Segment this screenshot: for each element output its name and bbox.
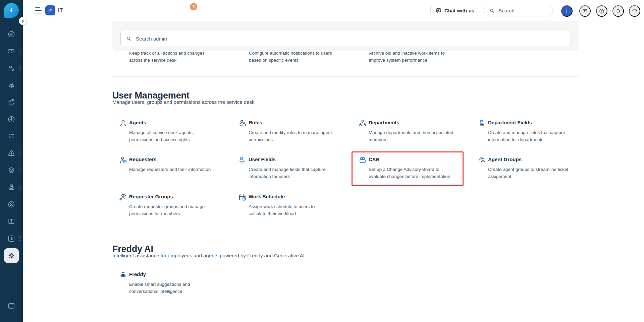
topbar: IT IT ? Chat with us (23, 0, 644, 21)
card-title: Department Fields (488, 120, 532, 125)
card-description: Create and manage fields that capture in… (249, 166, 349, 180)
checklist-icon (7, 132, 15, 140)
chat-bubble-icon (435, 7, 442, 14)
sidebar-item-automation[interactable] (4, 112, 19, 127)
app-panel-icon (7, 302, 15, 310)
collapse-menu-icon[interactable] (35, 7, 43, 13)
sidebar-item-requester-management[interactable] (4, 61, 19, 76)
marketplace-button[interactable] (629, 5, 640, 17)
sidebar-item-assets[interactable] (4, 163, 19, 178)
gauge-dashboard-icon (7, 30, 15, 38)
card-description: Create and modify roles to manage agent … (249, 129, 349, 143)
agent-person-icon (119, 119, 127, 128)
sidebar-item-community[interactable] (4, 197, 19, 212)
section-subtitle-freddy-ai: Intelligent assistance for employees and… (112, 253, 305, 258)
workspace-name: IT (58, 7, 63, 13)
admin-settings-content: Keep track of all actions and changes ac… (23, 21, 644, 322)
analytics-icon (7, 235, 15, 243)
sidebar-item-app-switcher[interactable] (4, 299, 19, 313)
user-swap-icon (7, 64, 15, 72)
section-subtitle-user-management: Manage users, groups and permissions acr… (112, 99, 255, 105)
sidebar-item-analytics[interactable] (4, 231, 19, 246)
requester-person-plus-icon (119, 156, 127, 165)
freddy-icon (119, 271, 127, 279)
sidebar-item-contracts[interactable] (4, 180, 19, 195)
partial-card-archive-description: Archive old and inactive work items to i… (369, 50, 470, 64)
quick-create-button[interactable] (561, 5, 573, 17)
layers-icon (7, 166, 15, 174)
card-description: Create agent groups to streamline ticket… (488, 166, 589, 180)
lightning-bolt-icon (8, 7, 15, 14)
shield-release-icon (7, 98, 15, 106)
card-description: Enable smart suggestions and conversatio… (129, 281, 230, 295)
tickets-kebab-menu[interactable] (19, 49, 20, 54)
help-button[interactable] (596, 5, 607, 17)
book-icon (7, 217, 15, 226)
chat-with-us-button[interactable]: Chat with us (430, 5, 479, 16)
card-title: Agents (129, 120, 146, 125)
admin-settings-page: { "app": { "workspace_badge": "IT", "wor… (0, 0, 644, 322)
card-description: Manage all service desk agents, permissi… (129, 129, 230, 143)
section-divider (112, 306, 579, 306)
card-title: Requesters (129, 156, 157, 162)
admin-search-input[interactable] (135, 36, 566, 42)
alerts-kebab-menu[interactable] (19, 150, 20, 155)
agent-groups-icon (478, 156, 486, 165)
analytics-kebab-menu[interactable] (19, 236, 20, 241)
admin-search-box[interactable] (120, 31, 571, 46)
user-orbit-icon (7, 200, 15, 208)
sidebar-item-todos[interactable] (4, 129, 19, 143)
sidebar-item-solutions[interactable] (4, 214, 19, 229)
search-icon (126, 36, 132, 42)
search-icon (489, 8, 495, 14)
card-title: Roles (249, 120, 262, 125)
sidebar-item-tickets[interactable] (4, 44, 19, 59)
storefront-icon (632, 8, 638, 14)
sidebar-item-admin-settings[interactable] (4, 248, 19, 263)
card-title: User Fields (249, 156, 276, 162)
work-schedule-calendar-icon (238, 193, 247, 202)
section-divider (112, 76, 579, 77)
alert-triangle-icon (7, 149, 15, 157)
contracts-kebab-menu[interactable] (19, 185, 20, 190)
chevron-right-icon (21, 19, 24, 23)
notifications-button[interactable] (612, 5, 624, 17)
assets-kebab-menu[interactable] (19, 168, 20, 173)
card-title: Departments (369, 120, 399, 125)
global-search[interactable] (484, 5, 553, 16)
departments-tree-icon (358, 119, 367, 128)
user-fields-icon (238, 156, 247, 165)
partial-card-audit-log-description: Keep track of all actions and changes ac… (129, 50, 230, 64)
card-title: Requester Groups (129, 194, 173, 199)
bug-icon (7, 81, 15, 89)
section-divider (112, 230, 579, 230)
chat-button-label: Chat with us (444, 8, 474, 13)
whats-new-button[interactable] (579, 5, 591, 17)
requester-management-kebab-menu[interactable] (19, 66, 20, 71)
question-circle-icon (599, 8, 605, 14)
sidebar-item-releases[interactable] (4, 95, 19, 110)
settings-gear-icon (7, 252, 15, 260)
sidebar-item-dashboard[interactable] (4, 27, 19, 42)
admin-search-band (112, 21, 579, 51)
card-title: Work Schedule (249, 194, 285, 199)
bolt-circle-icon (7, 115, 15, 123)
cab-board-icon (358, 156, 367, 165)
card-description: Manage departments and their associated … (369, 129, 469, 143)
card-title: Agent Groups (488, 156, 522, 162)
sidebar-item-problems[interactable] (4, 78, 19, 92)
requester-groups-icon (119, 193, 127, 202)
document-tray-icon (7, 183, 15, 191)
card-title: CAB (369, 156, 380, 162)
card-description: Create requester groups and manage permi… (129, 203, 230, 217)
global-search-input[interactable] (498, 7, 543, 14)
department-fields-icon (478, 119, 486, 128)
sidebar-expand-button[interactable] (19, 17, 26, 25)
freshservice-logo[interactable] (4, 3, 19, 18)
main-sidebar (0, 0, 23, 322)
workspace-badge[interactable]: IT (45, 5, 55, 15)
help-bubble-button[interactable]: ? (190, 3, 197, 10)
ticket-icon (7, 47, 15, 55)
card-title: Freddy (129, 271, 146, 277)
sidebar-item-alerts[interactable] (4, 146, 19, 160)
